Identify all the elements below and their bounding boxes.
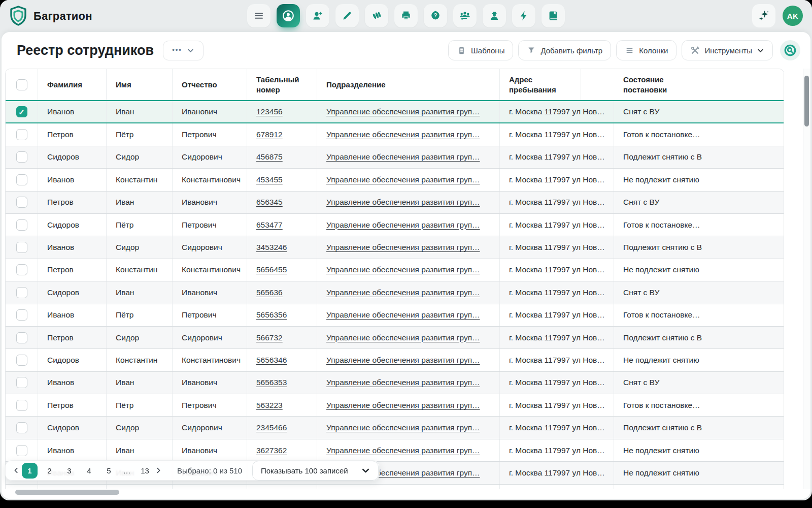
table-row[interactable]: Петров Константин Константинович 5656455…	[6, 259, 784, 281]
row-checkbox[interactable]	[16, 422, 27, 433]
department-link[interactable]: Управление обеспечения развития груп…	[326, 378, 480, 387]
department-link[interactable]: Управление обеспечения развития груп…	[326, 198, 480, 207]
table-row[interactable]: Сидоров Сидор Сидорович 2345466 Управлен…	[6, 417, 784, 439]
department-link[interactable]: Управление обеспечения развития груп…	[326, 446, 480, 455]
page-size-dropdown[interactable]: Показывать 100 записей	[252, 461, 379, 481]
department-link[interactable]: Управление обеспечения развития груп…	[326, 401, 480, 410]
department-link[interactable]: Управление обеспечения развития груп…	[326, 107, 480, 116]
department-link[interactable]: Управление обеспечения развития груп…	[326, 130, 480, 139]
row-checkbox[interactable]	[16, 151, 27, 163]
employee-number-link[interactable]: 653477	[256, 220, 283, 230]
templates-button[interactable]: Шаблоны	[448, 40, 513, 60]
employee-number-link[interactable]: 565636	[256, 288, 283, 297]
row-checkbox[interactable]	[16, 129, 27, 140]
page-number-4[interactable]: 4	[81, 463, 97, 479]
row-checkbox[interactable]	[16, 287, 27, 298]
table-row[interactable]: Иванов Иван Иванович 3627362 Управление …	[6, 439, 784, 462]
team-icon[interactable]	[453, 4, 477, 27]
table-row[interactable]: Сидоров Сидор Сидорович 456875 Управлени…	[6, 146, 784, 169]
employee-number-link[interactable]: 656345	[256, 198, 283, 207]
department-link[interactable]: Управление обеспечения развития груп…	[326, 220, 480, 230]
menu-icon[interactable]	[247, 4, 270, 27]
page-next-icon[interactable]	[155, 463, 162, 478]
table-row[interactable]: Иванов Иван Иванович 3627362 Управление …	[6, 485, 784, 489]
row-checkbox[interactable]	[16, 309, 27, 321]
page-prev-icon[interactable]	[13, 463, 20, 478]
person-add-icon[interactable]	[306, 4, 329, 27]
cell-address: г. Москва 117997 ул Нов…	[500, 123, 614, 145]
select-all-checkbox[interactable]	[16, 79, 27, 90]
department-link[interactable]: Управление обеспечения развития груп…	[326, 356, 480, 365]
table-row[interactable]: Сидоров Константин Константинович 565634…	[6, 349, 784, 371]
row-checkbox[interactable]	[16, 242, 27, 253]
row-checkbox[interactable]	[16, 264, 27, 275]
table-row[interactable]: Иванов Иван Иванович 123456 Управление о…	[6, 100, 784, 123]
department-link[interactable]: Управление обеспечения развития груп…	[326, 175, 480, 184]
page-number-2[interactable]: 2	[42, 463, 57, 479]
employee-number-link[interactable]: 5656353	[256, 378, 287, 387]
table-row[interactable]: Петров Пётр Петрович 563223 Управление о…	[6, 394, 784, 417]
page-number-3[interactable]: 3	[61, 463, 77, 479]
table-row[interactable]: Петров Пётр Петрович 678912 Управление о…	[6, 123, 784, 146]
page-number-1[interactable]: 1	[22, 463, 38, 479]
table-row[interactable]: Петров Сидор Сидорович 566732 Управление…	[6, 327, 784, 349]
employee-number-link[interactable]: 2345466	[256, 423, 287, 432]
row-checkbox[interactable]	[16, 332, 27, 343]
table-row[interactable]: Сидоров Пётр Петрович 653477 Управление …	[6, 214, 784, 236]
table-row[interactable]: Иванов Константин Константинович 453455 …	[6, 169, 784, 191]
employee-number-link[interactable]: 3627362	[256, 446, 287, 455]
row-checkbox[interactable]	[16, 106, 27, 117]
printer-icon[interactable]	[394, 4, 418, 27]
employee-number-link[interactable]: 123456	[256, 107, 283, 116]
more-actions-button[interactable]: •••	[163, 41, 204, 60]
question-badge-icon[interactable]: ?	[424, 4, 447, 27]
columns-button[interactable]: Колонки	[616, 40, 676, 60]
employee-number-link[interactable]: 3453246	[256, 243, 287, 252]
department-link[interactable]: Управление обеспечения развития груп…	[326, 265, 480, 274]
vertical-scrollbar[interactable]	[803, 69, 810, 489]
page-number-5[interactable]: 5	[101, 463, 117, 479]
employee-number-link[interactable]: 563223	[256, 401, 283, 410]
page-number-13[interactable]: 13	[137, 463, 153, 479]
lightning-icon[interactable]	[512, 4, 535, 27]
table-row[interactable]: Иванов Сидор Сидорович 3453246 Управлени…	[6, 236, 784, 259]
row-checkbox[interactable]	[16, 174, 27, 185]
tools-button[interactable]: Инструменты	[682, 40, 773, 60]
table-row[interactable]: Иванов Пётр Петрович 5656356 Управление …	[6, 304, 784, 327]
department-link[interactable]: Управление обеспечения развития груп…	[326, 423, 480, 432]
search-icon[interactable]	[780, 40, 800, 60]
avatar[interactable]: AK	[783, 6, 803, 26]
worker-icon[interactable]	[483, 4, 506, 27]
employee-number-link[interactable]: 678912	[256, 130, 283, 139]
row-checkbox[interactable]	[16, 355, 27, 366]
employee-number-link[interactable]: 5656455	[256, 265, 287, 274]
add-filter-button[interactable]: Добавить фильтр	[518, 40, 611, 60]
department-link[interactable]: Управление обеспечения развития груп…	[326, 310, 480, 320]
table-row[interactable]: Иванов Иван Иванович 5656353 Управление …	[6, 372, 784, 394]
page-title: Реестр сотрудников	[17, 43, 154, 58]
department-link[interactable]: Управление обеспечения развития груп…	[326, 333, 480, 342]
cell-lastname: Иванов	[38, 101, 107, 122]
employee-number-link[interactable]: 453455	[256, 175, 283, 184]
table-row[interactable]: Петров Иван Иванович 656345 Управление о…	[6, 192, 784, 214]
pencil-icon[interactable]	[335, 4, 359, 27]
department-link[interactable]: Управление обеспечения развития груп…	[326, 152, 480, 162]
vertical-scrollbar-thumb[interactable]	[804, 76, 809, 126]
row-checkbox[interactable]	[16, 445, 27, 456]
employee-number-link[interactable]: 5656356	[256, 310, 287, 320]
row-checkbox[interactable]	[16, 400, 27, 411]
book-icon[interactable]	[542, 4, 565, 27]
row-checkbox[interactable]	[16, 197, 27, 208]
employee-number-link[interactable]: 566732	[256, 333, 283, 342]
department-link[interactable]: Управление обеспечения развития груп…	[326, 288, 480, 297]
employee-number-link[interactable]: 456875	[256, 152, 283, 162]
row-checkbox[interactable]	[16, 219, 27, 231]
employee-number-link[interactable]: 5656346	[256, 356, 287, 365]
horizontal-scrollbar-thumb[interactable]	[15, 490, 119, 495]
department-link[interactable]: Управление обеспечения развития груп…	[326, 243, 480, 252]
row-checkbox[interactable]	[16, 377, 27, 388]
table-row[interactable]: Сидоров Иван Иванович 565636 Управление …	[6, 281, 784, 304]
employee-card-icon[interactable]	[277, 4, 300, 27]
sparkles-icon[interactable]	[752, 4, 775, 27]
leaf-icon[interactable]	[365, 4, 388, 27]
